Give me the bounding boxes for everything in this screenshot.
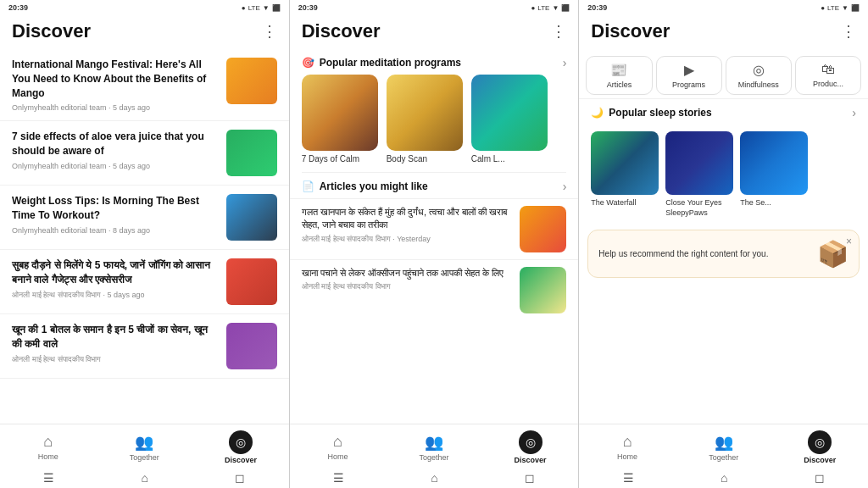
nav-together-1[interactable]: 👥 Together: [97, 433, 193, 462]
app-title-2: Discover: [302, 20, 381, 42]
article-item[interactable]: खून की 1 बोतल के समान है इन 5 चीजों का स…: [0, 314, 289, 379]
products-cat-icon: 🛍: [821, 62, 835, 77]
home-icon: ⌂: [333, 433, 342, 451]
nav-home-1[interactable]: ⌂ Home: [0, 433, 97, 461]
article-card-thumb: [520, 267, 566, 313]
article-thumbnail: [226, 58, 277, 104]
article-card-thumb: [520, 206, 566, 252]
article-card-title: खाना पचाने से लेकर ऑक्सीजन पहुंचाने तक आ…: [302, 267, 514, 280]
meditation-card[interactable]: Calm L...: [471, 75, 548, 164]
cat-tab-mindfulness[interactable]: ◎ Mindfulness: [726, 56, 792, 95]
meditation-thumbnail: [302, 75, 378, 151]
bottom-nav-2: ⌂ Home 👥 Together ◎ Discover: [290, 424, 579, 468]
home-gesture-icon: ⌂: [142, 471, 148, 485]
nav-label: Discover: [804, 456, 836, 464]
article-card[interactable]: गलत खानपान के संकेत हैं मुंह की दुर्गंध,…: [290, 198, 579, 259]
nav-home-2[interactable]: ⌂ Home: [290, 433, 387, 461]
cat-label: Mindfulness: [738, 80, 779, 89]
article-item[interactable]: Weight Loss Tips: Is Morning The Best Ti…: [0, 186, 289, 250]
home-gesture-icon: ⌂: [431, 471, 437, 485]
sleep-card[interactable]: The Se...: [740, 131, 808, 218]
meditation-card[interactable]: 7 Days of Calm: [302, 75, 378, 164]
articles-list: International Mango Festival: Here's All…: [0, 49, 289, 424]
panel3-content: 📰 Articles ▶ Programs ◎ Mindfulness 🛍 Pr…: [579, 49, 868, 424]
programs-cat-icon: ▶: [684, 62, 694, 78]
menu-gesture-icon: ☰: [43, 471, 54, 485]
together-icon: 👥: [715, 433, 733, 452]
home-icon: ⌂: [623, 433, 632, 451]
articles-section-header[interactable]: 📄 Articles you might like ›: [290, 173, 579, 198]
discover-icon: ◎: [519, 430, 542, 454]
article-meta: Onlymyhealth editorial team · 5 days ago: [12, 162, 218, 170]
app-header-2: Discover ⋮: [290, 15, 579, 49]
cat-tab-articles[interactable]: 📰 Articles: [586, 56, 652, 95]
article-item[interactable]: सुबह दौड़ने से मिलेंगे ये 5 फायदे, जानें…: [0, 250, 289, 314]
nav-discover-3[interactable]: ◎ Discover: [771, 430, 868, 464]
time-3: 20:39: [587, 3, 607, 12]
nav-discover-1[interactable]: ◎ Discover: [192, 430, 289, 464]
articles-arrow[interactable]: ›: [563, 180, 567, 193]
sleep-arrow[interactable]: ›: [852, 106, 856, 119]
article-title: सुबह दौड़ने से मिलेंगे ये 5 फायदे, जानें…: [12, 258, 218, 287]
meditation-thumbnail: [471, 75, 548, 151]
sleep-section-header[interactable]: 🌙 Popular sleep stories ›: [579, 99, 868, 125]
article-thumbnail: [226, 194, 277, 241]
article-thumbnail: [226, 323, 277, 369]
panel-1: 20:39 ● LTE ▼ ⬛ Discover ⋮ International…: [0, 0, 290, 488]
nav-together-3[interactable]: 👥 Together: [676, 433, 772, 462]
articles-cat-icon: 📰: [610, 62, 627, 78]
nav-label: Discover: [225, 456, 257, 464]
nav-label: Home: [617, 452, 637, 461]
gesture-bar-3: ☰ ⌂ ◻: [579, 468, 868, 488]
meditation-thumbnail: [387, 75, 463, 151]
nav-label: Together: [709, 453, 738, 462]
sleep-thumbnail: [591, 131, 659, 195]
close-banner-button[interactable]: ×: [846, 236, 852, 247]
article-title: 7 side effects of aloe vera juice that y…: [12, 130, 218, 158]
sleep-icon: 🌙: [591, 107, 604, 119]
status-bar-3: 20:39 ● LTE ▼ ⬛: [579, 0, 868, 15]
mindfulness-cat-icon: ◎: [753, 62, 765, 78]
status-bar-1: 20:39 ● LTE ▼ ⬛: [0, 0, 289, 15]
more-menu-2[interactable]: ⋮: [551, 22, 566, 41]
cat-tab-programs[interactable]: ▶ Programs: [656, 56, 722, 95]
sleep-card[interactable]: Close Your Eyes SleepyPaws: [665, 131, 733, 218]
app-header-1: Discover ⋮: [0, 15, 289, 49]
sleep-card[interactable]: The Waterfall: [591, 131, 659, 218]
time-1: 20:39: [8, 3, 28, 12]
meditation-cards: 7 Days of Calm Body Scan Calm L...: [290, 75, 579, 172]
article-meta: Onlymyhealth editorial team · 5 days ago: [12, 103, 218, 112]
meditation-label: Calm L...: [471, 154, 548, 164]
discover-icon: ◎: [229, 430, 253, 454]
article-title: International Mango Festival: Here's All…: [12, 58, 218, 100]
sleep-thumbnail: [665, 131, 733, 195]
sleep-thumbnail: [740, 131, 808, 195]
back-gesture-icon: ◻: [235, 471, 245, 485]
meditation-label: Body Scan: [387, 154, 463, 164]
articles-icon: 📄: [302, 180, 314, 192]
menu-gesture-icon: ☰: [333, 471, 344, 485]
nav-label: Discover: [515, 456, 547, 464]
meditation-arrow[interactable]: ›: [563, 56, 567, 69]
sleep-label: Close Your Eyes SleepyPaws: [665, 198, 733, 218]
article-item[interactable]: 7 side effects of aloe vera juice that y…: [0, 121, 289, 186]
nav-discover-2[interactable]: ◎ Discover: [482, 430, 579, 464]
more-menu-3[interactable]: ⋮: [841, 22, 856, 41]
nav-home-3[interactable]: ⌂ Home: [579, 433, 676, 461]
category-tabs: 📰 Articles ▶ Programs ◎ Mindfulness 🛍 Pr…: [579, 49, 868, 99]
meditation-card[interactable]: Body Scan: [387, 75, 463, 164]
bottom-nav-1: ⌂ Home 👥 Together ◎ Discover: [0, 424, 289, 468]
cat-tab-products[interactable]: 🛍 Produc...: [795, 56, 861, 95]
meditation-section-header[interactable]: 🎯 Popular meditation programs ›: [290, 49, 579, 75]
meditation-label: 7 Days of Calm: [302, 154, 378, 164]
nav-together-2[interactable]: 👥 Together: [386, 433, 482, 462]
sleep-label: The Waterfall: [591, 198, 659, 208]
article-title: Weight Loss Tips: Is Morning The Best Ti…: [12, 194, 218, 223]
back-gesture-icon: ◻: [525, 471, 535, 485]
more-menu-1[interactable]: ⋮: [262, 22, 277, 41]
article-card[interactable]: खाना पचाने से लेकर ऑक्सीजन पहुंचाने तक आ…: [290, 259, 579, 320]
article-item[interactable]: International Mango Festival: Here's All…: [0, 49, 289, 121]
articles-section-title: 📄 Articles you might like: [302, 180, 428, 192]
sleep-section-title: 🌙 Popular sleep stories: [591, 107, 711, 119]
article-thumbnail: [226, 258, 277, 305]
